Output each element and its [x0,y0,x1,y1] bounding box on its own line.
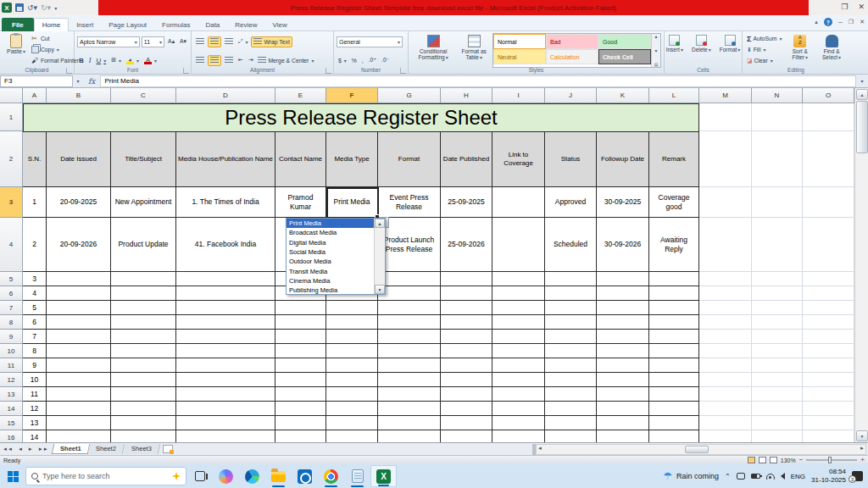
tab-review[interactable]: Review [227,19,264,31]
cell-M1[interactable] [699,103,752,131]
cell-A3[interactable]: 1 [23,187,47,218]
cell-H14[interactable] [441,402,492,416]
cell-K14[interactable] [597,402,649,416]
cell-O10[interactable] [803,344,854,358]
column-header-D[interactable]: D [176,88,275,103]
language-indicator[interactable]: ENG [791,473,805,480]
cell-M9[interactable] [699,330,752,344]
cell-O7[interactable] [803,301,854,315]
cell-O15[interactable] [803,416,854,430]
horizontal-scrollbar[interactable]: ◄ ► [536,444,866,455]
cell-K4[interactable]: 30-09-2026 [597,218,649,272]
cell-K7[interactable] [597,301,649,315]
cell-M14[interactable] [699,402,752,416]
row-header-8[interactable]: 8 [0,315,23,330]
autosum-button[interactable]: ΣAutoSum [745,33,783,44]
cell-B4[interactable]: 20-09-2026 [47,218,111,272]
restore-icon[interactable]: ❐ [841,2,848,12]
row-header-14[interactable]: 14 [0,402,23,416]
wifi-icon[interactable] [766,474,775,480]
header-cell-I2[interactable]: Link to Coverage [492,131,545,187]
cell-N2[interactable] [752,131,803,187]
align-right-icon[interactable] [223,55,235,66]
cell-C6[interactable] [111,286,176,301]
cell-M5[interactable] [699,272,752,286]
edge-icon[interactable] [239,465,265,487]
customize-qat-icon[interactable]: ▾ [54,5,57,11]
cell-C14[interactable] [111,402,176,416]
table-title-cell[interactable]: Press Release Register Sheet [23,103,699,131]
cell-L13[interactable] [649,387,699,402]
sheet-tab-sheet3[interactable]: Sheet3 [124,444,160,454]
cell-G3[interactable]: Event Press Release [378,187,441,218]
cell-L9[interactable] [649,330,699,344]
sort-filter-button[interactable]: AZSort & Filter [786,33,814,68]
cell-G16[interactable] [378,430,441,442]
file-explorer-icon[interactable] [265,465,292,487]
cell-J3[interactable]: Approved [545,187,597,218]
cell-G12[interactable] [378,373,441,387]
cell-A14[interactable]: 12 [23,402,47,416]
header-cell-K2[interactable]: Followup Date [597,131,649,187]
cell-O1[interactable] [803,103,854,131]
cell-I9[interactable] [492,330,545,344]
cell-I14[interactable] [492,402,545,416]
cell-style-normal[interactable]: Normal [493,34,546,49]
cell-O8[interactable] [803,315,854,330]
number-dialog-launcher[interactable] [400,68,406,74]
cell-B7[interactable] [47,301,111,315]
dropdown-scroll-up-icon[interactable]: ▲ [375,219,385,228]
header-cell-D2[interactable]: Media House/Publication Name [176,131,275,187]
cell-L7[interactable] [649,301,699,315]
cell-G11[interactable] [378,358,441,373]
insert-cells-button[interactable]: Insert [663,33,687,68]
cell-M6[interactable] [699,286,752,301]
cell-L6[interactable] [649,286,699,301]
cell-C12[interactable] [111,373,176,387]
font-size-combo[interactable]: 11 [142,36,164,47]
formula-input[interactable]: Print Media [100,75,856,87]
volume-icon[interactable] [781,473,785,480]
cell-D5[interactable] [176,272,275,286]
cell-D14[interactable] [176,402,275,416]
scroll-up-icon[interactable]: ▲ [856,89,868,100]
cell-M4[interactable] [699,218,752,272]
font-dialog-launcher[interactable] [183,68,189,74]
tab-view[interactable]: View [265,19,295,31]
cell-O16[interactable] [803,430,854,442]
cell-B3[interactable]: 20-09-2025 [47,187,111,218]
cell-N9[interactable] [752,330,803,344]
zoom-out-icon[interactable]: − [799,457,804,463]
cell-O6[interactable] [803,286,854,301]
task-view-icon[interactable] [186,465,213,487]
increase-decimal-icon[interactable]: .0⁺ [367,55,378,66]
cell-I8[interactable] [492,315,545,330]
cell-I13[interactable] [492,387,545,402]
zoom-slider[interactable] [806,459,857,461]
cell-B13[interactable] [47,387,111,402]
cell-J10[interactable] [545,344,597,358]
tab-data[interactable]: Data [198,19,227,31]
cell-K12[interactable] [597,373,649,387]
cell-C11[interactable] [111,358,176,373]
sheet-tab-sheet1[interactable]: Sheet1 [51,444,89,454]
chrome-icon[interactable] [318,465,344,487]
column-header-N[interactable]: N [752,88,803,103]
cell-F12[interactable] [326,373,378,387]
cell-B10[interactable] [47,344,111,358]
vertical-scroll-thumb[interactable] [856,101,868,153]
column-header-B[interactable]: B [47,88,111,103]
cell-G14[interactable] [378,402,441,416]
column-header-G[interactable]: G [378,88,441,103]
cell-E8[interactable] [275,315,326,330]
cell-N8[interactable] [752,315,803,330]
cell-I3[interactable] [492,187,545,218]
cell-K11[interactable] [597,358,649,373]
column-header-H[interactable]: H [441,88,492,103]
cell-E14[interactable] [275,402,326,416]
row-header-12[interactable]: 12 [0,373,23,387]
row-header-10[interactable]: 10 [0,344,23,358]
cell-G10[interactable] [378,344,441,358]
zoom-level[interactable]: 130% [781,458,796,463]
dropdown-item-broadcast-media[interactable]: Broadcast Media [287,228,374,237]
